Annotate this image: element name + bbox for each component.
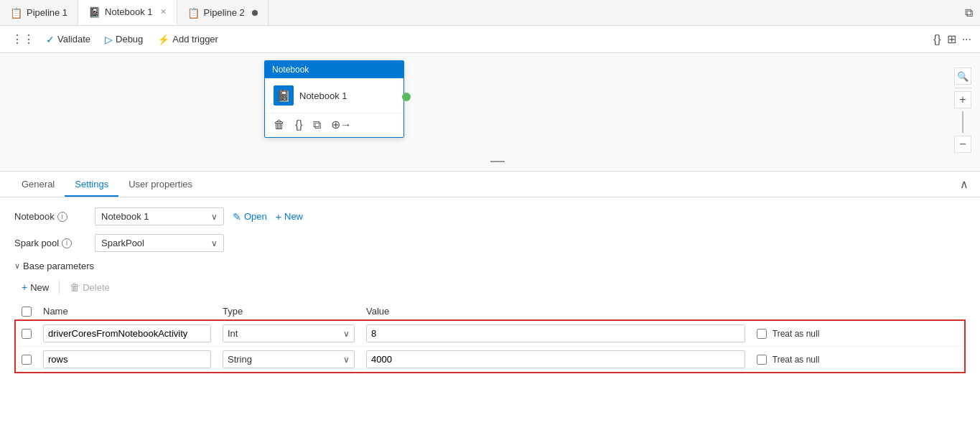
row0-type-chevron-icon: ∨ [343,329,350,339]
row0-checkbox[interactable] [22,329,32,339]
tab-notebook1-label: Notebook 1 [105,6,153,17]
tab-pipeline2[interactable]: 📋 Pipeline 2 [177,0,269,25]
tab-general[interactable]: General [11,173,65,197]
zoom-in-btn[interactable]: + [954,91,971,108]
row0-type-select[interactable]: Int ∨ [223,324,355,342]
row1-type-select[interactable]: String ∨ [223,350,355,368]
row0-treat-as-null-checkbox[interactable] [757,329,767,339]
row1-checkbox[interactable] [22,355,32,365]
more-icon[interactable]: ··· [962,33,971,46]
spark-pool-chevron-icon: ∨ [211,238,218,248]
toolbar: ⋮⋮ ✓ Validate ▷ Debug ⚡ Add trigger {} ⊞… [0,26,980,53]
tab-pipeline1[interactable]: 📋 Pipeline 1 [0,0,78,25]
new-param-button[interactable]: + New [14,279,56,296]
notebook-info-icon[interactable]: i [57,212,67,222]
debug-button[interactable]: ▷ Debug [99,31,149,48]
validate-label: Validate [57,34,90,45]
canvas-area: Notebook 📓 Notebook 1 🗑 {} ⧉ ⊕→ 🔍 + − [0,53,980,172]
row1-name-input[interactable] [43,350,211,368]
row1-type-value: String [228,354,252,365]
table-row: Int ∨ Treat as null [15,320,965,347]
tab-pipeline2-unsaved-dot [252,10,258,16]
notebook-icon: 📓 [88,6,101,18]
delete-param-button[interactable]: 🗑 Delete [62,279,117,296]
params-table-header-row: Name Type Value [15,303,965,320]
connector-dot [402,93,411,101]
tab-pipeline2-label: Pipeline 2 [204,7,245,18]
restore-icon[interactable]: ⧉ [965,6,973,19]
tab-pipeline1-label: Pipeline 1 [27,7,67,18]
row1-type-chevron-icon: ∨ [343,355,350,365]
notebook-select[interactable]: Notebook 1 ∨ [95,207,224,225]
row0-treat-as-null-label[interactable]: Treat as null [757,329,958,339]
row1-type-cell: String ∨ [217,347,360,373]
expand-icon[interactable]: ⋮⋮ [9,32,37,46]
add-link-icon[interactable]: ⊕→ [331,118,352,131]
tab-settings[interactable]: Settings [65,173,118,197]
code-activity-icon[interactable]: {} [295,118,303,131]
zoom-divider [954,88,971,88]
add-trigger-label: Add trigger [172,34,218,45]
properties-panel: General Settings User properties ∧ Noteb… [0,172,980,383]
new-notebook-button[interactable]: + New [276,208,303,225]
tab-bar-actions: ⧉ [965,6,980,19]
tab-notebook1[interactable]: 📓 Notebook 1 ✕ [78,0,177,25]
spark-pool-info-icon[interactable]: i [62,238,72,248]
row0-value-input[interactable] [366,324,745,342]
zoom-out-btn[interactable]: − [954,136,971,153]
debug-label: Debug [116,34,143,45]
col-header-name: Name [37,303,217,320]
tab-user-properties[interactable]: User properties [118,173,202,197]
select-all-checkbox[interactable] [22,307,32,317]
zoom-search-btn[interactable]: 🔍 [954,67,971,85]
notebook-activity-icon: 📓 [274,85,294,106]
delete-param-icon: 🗑 [70,281,80,293]
params-table: Name Type Value [14,303,966,373]
new-icon: + [276,211,281,223]
table-row: String ∨ Treat as null [15,347,965,373]
base-parameters-section[interactable]: ∨ Base parameters [14,261,966,271]
row0-type-value: Int [228,328,238,339]
delete-activity-icon[interactable]: 🗑 [274,118,285,131]
toolbar-right: {} ⊞ ··· [933,32,971,46]
validate-button[interactable]: ✓ Validate [40,31,96,48]
row0-name-input[interactable] [43,324,211,342]
notebook-chevron-icon: ∨ [211,212,218,222]
spark-pool-select[interactable]: SparkPool ∨ [95,234,224,252]
notebook-card-actions: 🗑 {} ⧉ ⊕→ [265,113,403,137]
add-trigger-button[interactable]: ⚡ Add trigger [151,31,224,48]
copy-activity-icon[interactable]: ⧉ [313,118,321,131]
debug-icon: ▷ [105,34,113,45]
row0-name-cell [37,320,217,347]
section-chevron-icon: ∨ [14,261,20,271]
param-toolbar: + New 🗑 Delete [14,279,966,296]
props-tab-group: General Settings User properties [11,173,202,196]
properties-tabs: General Settings User properties ∧ [0,172,980,197]
layout-icon[interactable]: ⊞ [947,32,956,46]
notebook-field-row: Notebook i Notebook 1 ∨ ✎ Open + New [14,207,966,225]
col-header-treat-as-null [751,303,965,320]
notebook-card-header: Notebook [265,61,403,78]
row1-treat-as-null-label[interactable]: Treat as null [757,355,958,365]
panel-collapse-btn[interactable]: ∧ [960,177,969,191]
row1-value-input[interactable] [366,350,745,368]
spark-pool-field-row: Spark pool i SparkPool ∨ [14,234,966,252]
col-header-checkbox [15,303,37,320]
spark-pool-field-label: Spark pool i [14,238,86,248]
tab-notebook1-close[interactable]: ✕ [160,7,167,17]
trigger-icon: ⚡ [157,34,169,45]
open-icon: ✎ [233,211,241,223]
notebook-field-label: Notebook i [14,211,86,222]
row0-type-cell: Int ∨ [217,320,360,347]
pipeline-icon: 📋 [10,7,22,19]
open-notebook-button[interactable]: ✎ Open [233,208,267,225]
row1-checkbox-cell [15,347,37,373]
zoom-controls: 🔍 + − [954,67,971,153]
code-icon[interactable]: {} [933,33,941,46]
row1-treat-as-null-checkbox[interactable] [757,355,767,365]
notebook-activity-card[interactable]: Notebook 📓 Notebook 1 🗑 {} ⧉ ⊕→ [264,60,404,138]
row1-treat-as-null-cell: Treat as null [751,347,965,373]
row1-name-cell [37,347,217,373]
notebook-field-actions: ✎ Open + New [233,208,303,225]
param-toolbar-separator [59,280,60,294]
